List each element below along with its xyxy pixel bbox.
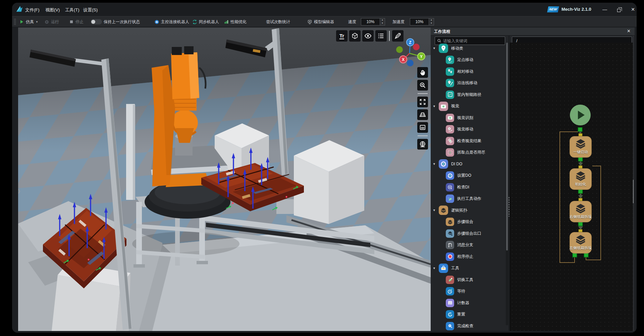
workflow-canvas[interactable]: 一键启动初始化右侧纸箱拆垛左侧纸箱拆垛 [510,43,633,331]
window-title: Mech-Viz 2.1.0 [561,7,591,12]
sync-robot-button[interactable]: 同步机器人 [192,16,219,27]
workflow-node[interactable]: 一键启动 [570,136,592,158]
accel-spin-buttons[interactable]: ▲▼ [429,18,434,25]
axis-ball-z[interactable]: Z [407,39,414,46]
collapse-arrow[interactable]: ▼ [433,162,436,166]
collapse-arrow[interactable]: ▼ [433,267,436,270]
app-logo-icon [15,5,23,13]
toggle-switch[interactable] [91,19,102,24]
step-item[interactable]: 执行工具动作 [431,193,506,205]
reset-icon [446,310,454,319]
pan-button[interactable] [417,67,428,78]
basket-path-icon [446,91,454,99]
svg-text:Y: Y [420,54,423,59]
step-item[interactable]: 定点移动 [431,54,506,66]
step-item[interactable]: 1 23 4计数器 [431,297,506,309]
visibility-button[interactable] [362,30,374,42]
panel-lines-icon [419,124,426,131]
simulate-dropdown-icon[interactable]: ▼ [36,20,38,23]
stop-button[interactable]: 停止 [69,16,84,27]
scene-3d[interactable] [18,27,431,331]
menu-view[interactable]: 视图(V) [45,7,60,13]
step-category[interactable]: ▼视觉 [431,101,506,112]
label-display-button[interactable]: Tr [336,30,347,42]
axis-ball-neg-y[interactable] [396,46,403,53]
step-item[interactable]: 筐内智能路径 [431,89,506,101]
workflow-node[interactable]: 左侧纸箱拆垛 [570,232,592,254]
panel-view-button[interactable] [417,122,428,133]
display-list-button[interactable] [375,30,387,42]
counter-icon: 1 23 4 [446,299,454,307]
model-editor-button[interactable]: 模型编辑器 [307,16,334,27]
main-area: Tr Z X Y [12,27,637,333]
speed-spin-buttons[interactable]: ▲▼ [380,18,385,25]
axis-ball-y[interactable]: Y [418,53,425,60]
step-item[interactable]: 步骤组合出口 [431,228,506,239]
collapse-arrow[interactable]: ▼ [433,209,436,212]
menu-file[interactable]: 文件(F) [25,7,40,13]
step-item[interactable]: 检查视觉结果 [431,135,506,147]
collapse-arrow[interactable]: ▼ [433,47,436,50]
step-item[interactable]: 步骤组合 [431,216,506,228]
workflow-node[interactable]: 右侧纸箱拆垛 [570,201,592,222]
left-panel-expand-arrow[interactable]: ❯ [18,188,21,193]
close-button[interactable]: ✕ [628,5,637,13]
do-ring-icon [446,171,454,180]
step-item[interactable]: 消息分支 [431,239,506,251]
scrollbar-thumb[interactable] [506,43,508,250]
toolbar-grip[interactable] [14,18,16,25]
step-item[interactable]: 设置DO [431,170,506,182]
run-button[interactable]: 运行 [44,16,59,27]
fit-screen-icon [419,98,426,106]
viewport-3d[interactable]: Tr Z X Y [18,27,431,331]
axis-ball-neg-x[interactable] [413,44,420,50]
step-item[interactable]: 切换工具 [431,274,506,286]
minimize-button[interactable]: — [600,5,610,13]
pin-line-icon [446,79,454,87]
zoom-button[interactable] [417,80,428,91]
step-item[interactable]: 重置 [431,309,506,321]
step-item[interactable]: 视觉识别 [431,112,506,124]
white-box-large[interactable] [294,140,364,224]
simulate-button[interactable]: 仿真▼ [19,16,38,27]
step-item[interactable]: 程序停止 [431,251,506,263]
model-display-button[interactable] [349,30,361,42]
performance-optimize-button[interactable]: 性能优化 [224,16,247,27]
collapse-arrow[interactable]: ▼ [433,105,436,108]
axis-gizmo[interactable]: Z X Y [390,32,431,69]
panel-right-splitter[interactable] [633,36,634,331]
workflow-node[interactable]: 初始化 [570,168,592,190]
step-item[interactable]: 沿连线移动 [431,77,506,89]
step-list-scrollbar[interactable] [506,43,508,325]
side-divider [418,93,428,94]
attempt-statistics-button[interactable]: 尝试次数统计 [266,16,290,27]
workflow-play-button[interactable] [570,105,591,125]
step-item[interactable]: 抓取点是否用尽 [431,147,506,159]
restore-button[interactable] [614,5,624,13]
panel-close-icon[interactable]: ✕ [627,29,631,34]
step-category[interactable]: ▼DI DO [431,158,506,170]
step-item[interactable]: 等待 [431,286,506,297]
menu-tools[interactable]: 工具(T) [65,7,79,13]
step-category[interactable]: ▼移动类 [431,43,506,54]
step-list: ▼移动类定点移动相对移动沿连线移动筐内智能路径▼视觉视觉识别视觉移动检查视觉结果… [431,43,506,331]
step-category[interactable]: ▼逻辑拓扑 [431,205,506,216]
hand-icon [419,69,426,76]
step-item[interactable]: DI检查DI [431,181,506,193]
accel-stepper[interactable]: 10%▲▼ [410,16,434,27]
world-view-button[interactable] [417,139,428,150]
master-connect-robot[interactable]: 主控连接机器人 [154,16,189,27]
keep-last-state-toggle[interactable]: 保持上一次执行状态 [91,16,140,27]
axis-ball-x[interactable]: X [399,56,407,63]
panel-splitter[interactable] [508,36,509,331]
step-item[interactable]: 完成检查 [431,320,506,331]
speed-stepper[interactable]: 10%▲▼ [361,16,385,27]
fit-view-button[interactable] [417,97,428,107]
axis-ball-neg-z[interactable] [407,60,414,66]
menu-settings[interactable]: 设置(S) [83,7,98,13]
ground-grid-button[interactable] [417,109,428,120]
step-category[interactable]: ▼工具 [431,263,506,274]
step-item[interactable]: 视觉移动 [431,124,506,135]
accel-label: 加速度 [392,16,405,27]
step-item[interactable]: 相对移动 [431,66,506,77]
